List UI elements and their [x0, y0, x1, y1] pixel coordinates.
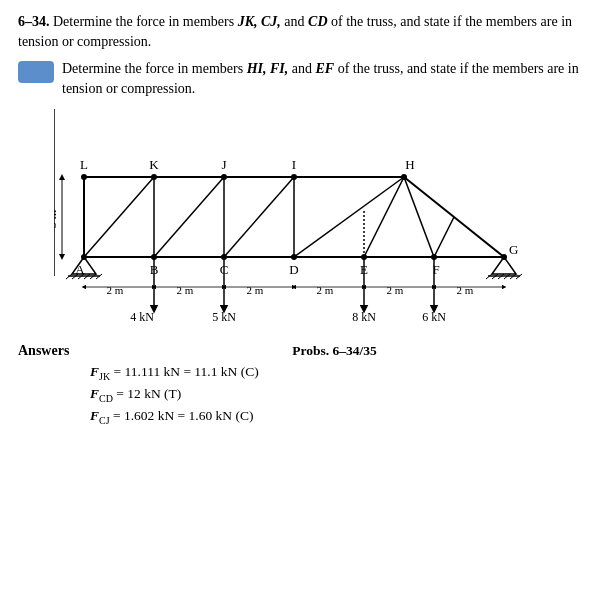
load-c: 5 kN: [212, 310, 236, 324]
svg-line-11: [224, 177, 294, 257]
answer-line-3: FCJ = 1.602 kN = 1.60 kN (C): [90, 406, 579, 428]
dim-bc6: 2 m: [456, 284, 473, 296]
svg-point-27: [221, 174, 227, 180]
p2-members2: EF: [316, 61, 335, 76]
svg-line-14: [364, 177, 404, 257]
p2-text1: Determine the force in members: [62, 61, 247, 76]
svg-point-26: [151, 174, 157, 180]
dim-bc3: 2 m: [246, 284, 263, 296]
problem-text-2: and: [281, 14, 308, 29]
svg-point-21: [291, 254, 297, 260]
members-1: JK, CJ,: [238, 14, 281, 29]
answer-line-1: FJK = 11.111 kN = 11.1 kN (C): [90, 362, 579, 384]
label-H: H: [405, 157, 414, 172]
blue-highlight: [18, 61, 54, 83]
svg-line-13: [294, 177, 404, 257]
load-e: 8 kN: [352, 310, 376, 324]
answers-label: Answers: [18, 343, 80, 359]
answers-content: Probs. 6–34/35 FJK = 11.111 kN = 11.1 kN…: [90, 343, 579, 427]
dim-bc5: 2 m: [386, 284, 403, 296]
probs-title: Probs. 6–34/35: [90, 343, 579, 359]
problem2-text: Determine the force in members HI, FI, a…: [62, 59, 579, 100]
problem-text-1: Determine the force in members: [53, 14, 238, 29]
dim-bc2: 2 m: [176, 284, 193, 296]
dim-bc1: 2 m: [106, 284, 123, 296]
label-I: I: [291, 157, 295, 172]
label-G: G: [509, 242, 518, 257]
problem-6-34: 6–34. Determine the force in members JK,…: [18, 12, 579, 53]
truss-diagram: L K J I H A B C D E F G 3 m 2 m 2 m 2 m …: [54, 109, 544, 329]
svg-point-28: [291, 174, 297, 180]
page: 6–34. Determine the force in members JK,…: [0, 0, 597, 591]
svg-line-7: [84, 177, 154, 257]
dim-bc4: 2 m: [316, 284, 333, 296]
load-f: 6 kN: [422, 310, 446, 324]
answers-section: Answers Probs. 6–34/35 FJK = 11.111 kN =…: [18, 343, 579, 427]
label-K: K: [149, 157, 159, 172]
svg-point-29: [401, 174, 407, 180]
problem-6-35: Determine the force in members HI, FI, a…: [18, 59, 579, 100]
label-L: L: [80, 157, 88, 172]
p2-members1: HI, FI,: [247, 61, 289, 76]
truss-svg: L K J I H A B C D E F G 3 m 2 m 2 m 2 m …: [54, 109, 544, 329]
dim-height: 3 m: [54, 209, 59, 228]
load-b: 4 kN: [130, 310, 154, 324]
label-D: D: [289, 262, 298, 277]
answer-line-2: FCD = 12 kN (T): [90, 384, 579, 406]
p2-text2: and: [288, 61, 315, 76]
label-A: A: [75, 262, 85, 277]
svg-point-25: [81, 174, 87, 180]
svg-line-17: [434, 217, 454, 257]
svg-line-9: [154, 177, 224, 257]
members-2: CD: [308, 14, 327, 29]
problem-number: 6–34.: [18, 14, 50, 29]
label-J: J: [221, 157, 226, 172]
